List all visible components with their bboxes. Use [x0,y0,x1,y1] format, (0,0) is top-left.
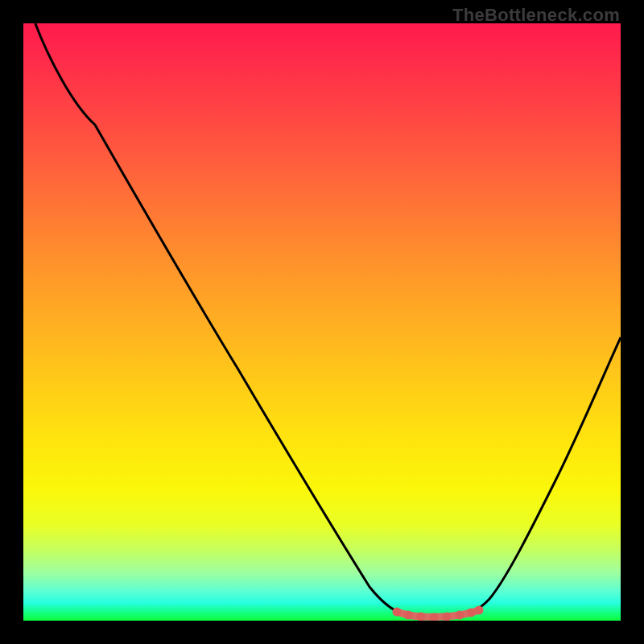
plot-area [23,23,621,621]
watermark-text: TheBottleneck.com [452,5,620,26]
outer-frame: TheBottleneck.com [0,0,644,644]
